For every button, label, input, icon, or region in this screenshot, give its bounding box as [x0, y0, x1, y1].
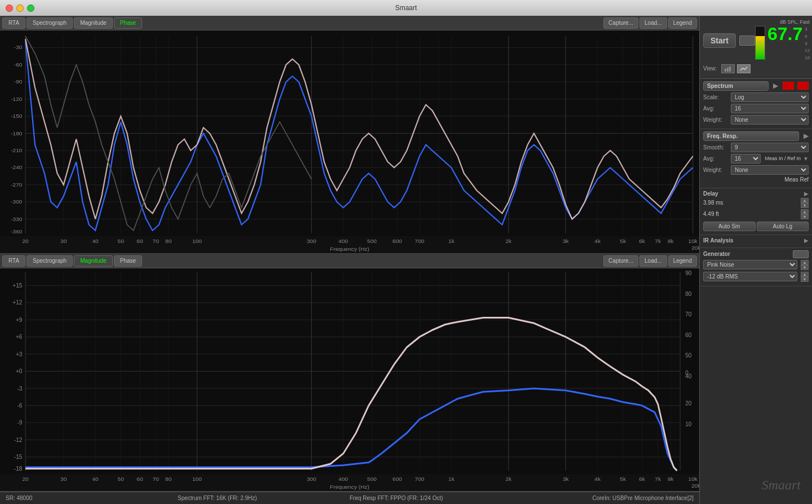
load-btn-2[interactable]: Load...: [639, 255, 667, 267]
svg-text:600: 600: [392, 238, 402, 244]
phase-x-axis-svg: 20 30 40 50 60 70 80 100 300 400 500 600…: [0, 236, 699, 253]
rms-select[interactable]: -12 dB RMS -6 dB RMS -18 dB RMS: [703, 272, 797, 281]
tab-magnitude-1[interactable]: Magnitude: [74, 17, 113, 29]
capture-btn-1[interactable]: Capture...: [603, 17, 638, 29]
legend-btn-1[interactable]: Legend: [668, 17, 697, 29]
delay-ft-spinner[interactable]: ▲ ▼: [801, 209, 809, 219]
tab-magnitude-2[interactable]: Magnitude: [74, 255, 113, 267]
avg-label: Avg:: [703, 105, 729, 112]
auto-lg-button[interactable]: Auto Lg: [757, 222, 809, 231]
svg-text:-6: -6: [17, 402, 22, 409]
tab-rta-1[interactable]: RTA: [2, 17, 25, 29]
spectrum-button[interactable]: Spectrum: [703, 81, 769, 91]
svg-text:-300: -300: [11, 199, 22, 205]
pink-noise-select[interactable]: Pink Noise White Noise Sine: [703, 260, 797, 269]
delay-ft-down[interactable]: ▼: [801, 214, 809, 219]
svg-text:60: 60: [136, 476, 143, 482]
view-label: View:: [703, 65, 717, 72]
svg-text:100: 100: [192, 238, 202, 244]
freq-resp-btn-row: Freq. Resp. ▶: [703, 131, 809, 141]
phase-x-axis: 20 30 40 50 60 70 80 100 300 400 500 600…: [0, 236, 699, 253]
svg-text:8k: 8k: [668, 238, 674, 244]
freq-resp-button[interactable]: Freq. Resp.: [703, 131, 799, 141]
delay-ft-up[interactable]: ▲: [801, 209, 809, 214]
gen-up[interactable]: ▲: [801, 260, 809, 265]
svg-text:-15: -15: [14, 453, 23, 460]
svg-text:10k: 10k: [689, 476, 698, 482]
svg-text:500: 500: [367, 238, 377, 244]
ir-analysis-arrow: ▶: [804, 237, 809, 244]
delay-ms-row: 3.98 ms ▲ ▼: [703, 198, 809, 208]
svg-text:10k: 10k: [689, 238, 698, 244]
spectrum-arrow: ▶: [773, 82, 778, 90]
generator-section: Generator Pink Noise White Noise Sine ▲ …: [700, 248, 812, 286]
svg-text:60: 60: [136, 238, 143, 244]
status-spectrum-fft: Spectrum FFT: 16K (FR: 2.9Hz): [178, 495, 350, 501]
svg-text:50: 50: [118, 476, 124, 482]
delay-ms-down[interactable]: ▼: [801, 203, 809, 208]
svg-text:40: 40: [92, 476, 98, 482]
view-btn-bars[interactable]: [721, 64, 735, 73]
svg-text:4k: 4k: [594, 476, 601, 482]
svg-text:7k: 7k: [655, 238, 661, 244]
gen-spinner[interactable]: ▲ ▼: [801, 260, 809, 270]
capture-btn-2[interactable]: Capture...: [603, 255, 638, 267]
tab-phase-1[interactable]: Phase: [114, 17, 142, 29]
svg-text:-180: -180: [11, 130, 22, 136]
right-panel: Start dB SPL, Fast 67.7 3691218: [699, 16, 812, 504]
svg-text:-18: -18: [14, 465, 23, 472]
rms-down[interactable]: ▼: [801, 277, 809, 282]
avg2-select[interactable]: 16 8 32: [731, 154, 761, 163]
freq-resp-section: Freq. Resp. ▶ Smooth: 9 6 12 Avg: 16 8 3…: [700, 129, 812, 188]
gen-down[interactable]: ▼: [801, 265, 809, 270]
view-btn-line[interactable]: [737, 64, 751, 73]
tab-spectrograph-2[interactable]: Spectrograph: [27, 255, 73, 267]
smooth-select[interactable]: 9 6 12: [731, 143, 809, 152]
spectrum-color-swatch2: [797, 82, 809, 90]
tab-rta-2[interactable]: RTA: [2, 255, 25, 267]
scale-select[interactable]: Log Linear: [731, 92, 809, 102]
svg-text:7k: 7k: [655, 476, 661, 482]
svg-text:40: 40: [92, 238, 98, 244]
rms-up[interactable]: ▲: [801, 272, 809, 277]
svg-text:-330: -330: [11, 216, 22, 222]
view-row: View:: [703, 64, 809, 73]
meas-in-label: Meas In / Ref In: [765, 156, 801, 161]
scale-row: Scale: Log Linear: [703, 92, 809, 102]
logo-section: Smaart: [700, 286, 812, 504]
weight-select[interactable]: None A C: [731, 115, 809, 125]
auto-sm-button[interactable]: Auto Sm: [703, 222, 756, 231]
svg-text:3k: 3k: [563, 238, 569, 244]
svg-text:2k: 2k: [505, 238, 511, 244]
svg-rect-151: [725, 69, 726, 72]
scale-label: Scale:: [703, 94, 729, 100]
tab-phase-2[interactable]: Phase: [114, 255, 142, 267]
svg-text:700: 700: [415, 476, 425, 482]
generator-label: Generator: [703, 251, 730, 257]
maximize-button[interactable]: [27, 5, 34, 12]
svg-text:300: 300: [307, 476, 316, 482]
load-btn-1[interactable]: Load...: [639, 17, 667, 29]
legend-btn-2[interactable]: Legend: [668, 255, 697, 267]
weight2-label: Weight:: [703, 167, 729, 173]
start-button[interactable]: Start: [703, 33, 736, 48]
svg-text:-360: -360: [11, 228, 22, 234]
avg-select[interactable]: 16 8 32: [731, 104, 809, 113]
svg-text:400: 400: [338, 476, 348, 482]
svg-text:+6: +6: [16, 333, 23, 340]
delay-ms-spinner[interactable]: ▲ ▼: [801, 198, 809, 208]
svg-text:-3: -3: [17, 384, 22, 391]
svg-text:+15: +15: [12, 282, 22, 289]
svg-rect-152: [727, 68, 729, 72]
spectrum-section: Spectrum ▶ Scale: Log Linear Avg: 16 8 3…: [700, 79, 812, 129]
close-button[interactable]: [6, 5, 13, 12]
start-toggle[interactable]: [739, 36, 755, 46]
minimize-button[interactable]: [16, 5, 24, 12]
delay-ms-up[interactable]: ▲: [801, 198, 809, 203]
rms-spinner[interactable]: ▲ ▼: [801, 272, 809, 282]
svg-rect-153: [729, 67, 731, 72]
svg-text:20k: 20k: [691, 483, 699, 489]
generator-toggle[interactable]: [793, 250, 809, 258]
tab-spectrograph-1[interactable]: Spectrograph: [27, 17, 73, 29]
weight2-select[interactable]: None A: [731, 165, 809, 175]
